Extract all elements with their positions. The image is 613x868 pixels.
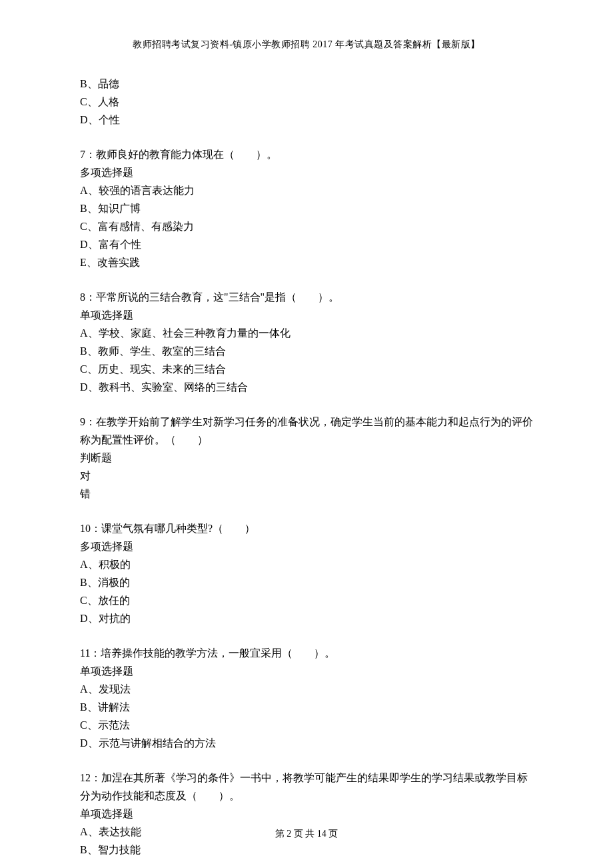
option-a: A、学校、家庭、社会三种教育力量的一体化	[80, 324, 533, 342]
option-d: D、个性	[80, 111, 533, 129]
option-c: C、放任的	[80, 591, 533, 609]
option-true: 对	[80, 467, 533, 485]
question-12: 12：加涅在其所著《学习的条件》一书中，将教学可能产生的结果即学生的学习结果或教…	[80, 769, 533, 859]
question-10: 10：课堂气氛有哪几种类型?（ ） 多项选择题 A、积极的 B、消极的 C、放任…	[80, 519, 533, 627]
option-c: C、历史、现实、未来的三结合	[80, 360, 533, 378]
question-8: 8：平常所说的三结合教育，这"三结合"是指（ ）。 单项选择题 A、学校、家庭、…	[80, 288, 533, 396]
question-stem: 9：在教学开始前了解学生对新学习任务的准备状况，确定学生当前的基本能力和起点行为…	[80, 413, 533, 449]
question-stem: 11：培养操作技能的教学方法，一般宜采用（ ）。	[80, 644, 533, 662]
option-b: B、讲解法	[80, 698, 533, 716]
option-false: 错	[80, 485, 533, 503]
option-c: C、人格	[80, 93, 533, 111]
option-a: A、积极的	[80, 555, 533, 573]
option-d: D、对抗的	[80, 609, 533, 627]
question-stem: 8：平常所说的三结合教育，这"三结合"是指（ ）。	[80, 288, 533, 306]
option-b: B、智力技能	[80, 841, 533, 859]
question-stem: 10：课堂气氛有哪几种类型?（ ）	[80, 519, 533, 537]
question-stem: 12：加涅在其所著《学习的条件》一书中，将教学可能产生的结果即学生的学习结果或教…	[80, 769, 533, 805]
option-c: C、示范法	[80, 716, 533, 734]
option-e: E、改善实践	[80, 253, 533, 271]
question-type: 判断题	[80, 449, 533, 467]
question-9: 9：在教学开始前了解学生对新学习任务的准备状况，确定学生当前的基本能力和起点行为…	[80, 413, 533, 503]
page-header: 教师招聘考试复习资料-镇原小学教师招聘 2017 年考试真题及答案解析【最新版】	[80, 39, 533, 51]
question-6-tail: B、品德 C、人格 D、个性	[80, 75, 533, 129]
question-type: 单项选择题	[80, 662, 533, 680]
question-11: 11：培养操作技能的教学方法，一般宜采用（ ）。 单项选择题 A、发现法 B、讲…	[80, 644, 533, 752]
option-d: D、教科书、实验室、网络的三结合	[80, 378, 533, 396]
question-7: 7：教师良好的教育能力体现在（ ）。 多项选择题 A、较强的语言表达能力 B、知…	[80, 145, 533, 271]
question-type: 单项选择题	[80, 306, 533, 324]
question-stem: 7：教师良好的教育能力体现在（ ）。	[80, 145, 533, 163]
option-c: C、富有感情、有感染力	[80, 217, 533, 235]
option-b: B、消极的	[80, 573, 533, 591]
option-a: A、较强的语言表达能力	[80, 181, 533, 199]
option-d: D、示范与讲解相结合的方法	[80, 734, 533, 752]
question-type: 多项选择题	[80, 537, 533, 555]
option-b: B、知识广博	[80, 199, 533, 217]
option-d: D、富有个性	[80, 235, 533, 253]
document-body: B、品德 C、人格 D、个性 7：教师良好的教育能力体现在（ ）。 多项选择题 …	[80, 75, 533, 859]
question-type: 多项选择题	[80, 163, 533, 181]
option-b: B、教师、学生、教室的三结合	[80, 342, 533, 360]
option-b: B、品德	[80, 75, 533, 93]
option-a: A、发现法	[80, 680, 533, 698]
page-footer: 第 2 页 共 14 页	[0, 828, 613, 840]
question-type: 单项选择题	[80, 805, 533, 823]
